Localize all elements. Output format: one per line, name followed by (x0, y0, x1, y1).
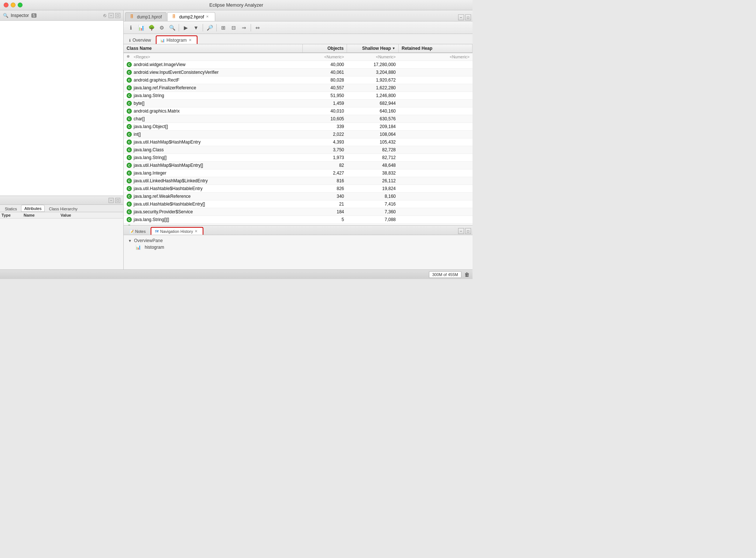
dominator-tree-btn[interactable]: 🌳 (147, 23, 156, 32)
right-window-controls[interactable]: − □ (458, 14, 471, 21)
compare-btn[interactable]: ⇔ (253, 23, 262, 32)
table-row[interactable]: Cjava.lang.Integer2,42738,832 (124, 169, 472, 177)
class-icon: C (127, 93, 132, 98)
dump2-close-btn[interactable]: ✕ (206, 15, 210, 19)
table-row[interactable]: Candroid.widget.ImageView40,00017,280,00… (124, 61, 472, 69)
tab-overview[interactable]: ℹ Overview (125, 36, 155, 44)
th-retained-heap[interactable]: Retained Heap (399, 44, 472, 52)
inspector-content (0, 21, 123, 196)
nav-item-overview[interactable]: ▼ OverviewPane (127, 237, 470, 244)
th-objects[interactable]: Objects (303, 44, 347, 52)
nav-history-close-btn[interactable]: ✕ (195, 229, 199, 234)
export-btn[interactable]: ⇒ (239, 23, 249, 32)
nav-item-histogram[interactable]: 📊 histogram (127, 244, 470, 251)
bottom-panel-controls[interactable]: − □ (458, 228, 471, 235)
td-objects: 80,028 (303, 76, 347, 84)
th-class-name[interactable]: Class Name (124, 44, 303, 52)
right-minimize-btn[interactable]: − (458, 14, 464, 20)
attributes-column-headers: Type Name Value (0, 212, 123, 218)
table-row[interactable]: Cjava.lang.String[][]57,088 (124, 216, 472, 224)
query-dropdown-btn[interactable]: ▼ (191, 23, 201, 32)
left-bottom-controls[interactable]: − □ (109, 198, 120, 203)
table-rows-container: Candroid.widget.ImageView40,00017,280,00… (124, 61, 472, 225)
table-row[interactable]: Cjava.lang.String[]1,97382,712 (124, 154, 472, 162)
class-icon: C (127, 178, 132, 183)
histogram-table[interactable]: Class Name Objects Shallow Heap ▼ Retain… (124, 44, 472, 225)
class-icon: C (127, 124, 132, 129)
td-retained (399, 180, 472, 182)
table-row[interactable]: Cjava.lang.String51,9501,246,800 (124, 92, 472, 100)
tab-statics[interactable]: Statics (1, 205, 20, 212)
trash-icon[interactable]: 🗑 (464, 272, 470, 278)
bottom-minimize-btn[interactable]: − (458, 228, 464, 234)
td-class-name: Cbyte[] (124, 100, 303, 107)
table-row[interactable]: Cjava.util.LinkedHashMap$LinkedEntry8162… (124, 177, 472, 185)
histogram-close-btn[interactable]: ✕ (189, 38, 193, 42)
class-icon: C (127, 85, 132, 90)
table-row[interactable]: Cjava.security.Provider$Service1847,360 (124, 208, 472, 216)
table-row-regex[interactable]: ⊕ <Regex> <Numeric> <Numeric> <Numeric> (124, 53, 472, 61)
panel-minimize-btn[interactable]: − (109, 13, 114, 18)
td-objects: 826 (303, 185, 347, 192)
panel-maximize-btn[interactable]: □ (115, 13, 120, 18)
top-consumers-btn[interactable]: ⚙ (157, 23, 166, 32)
table-row[interactable]: Candroid.graphics.RectF80,0281,920,672 (124, 76, 472, 84)
maximize-button[interactable] (18, 3, 23, 7)
bottom-maximize-btn[interactable]: □ (465, 228, 471, 234)
table-row[interactable]: Candroid.view.InputEventConsistencyVerif… (124, 69, 472, 76)
td-class-name: Cjava.util.Hashtable$HashtableEntry[] (124, 200, 303, 208)
filter-btn[interactable]: ⊟ (229, 23, 238, 32)
left-bottom-minimize[interactable]: − (109, 198, 114, 203)
tab-class-hierarchy[interactable]: Class Hierarchy (45, 205, 81, 212)
dump1-tab[interactable]: 🗄 dump1.hprof (125, 12, 166, 21)
inspector-icon1[interactable]: ⎋ (103, 13, 106, 18)
table-row[interactable]: Cjava.util.HashMap$HashMapEntry4,393105,… (124, 138, 472, 146)
td-shallow: 108,064 (347, 131, 399, 138)
tab-attributes[interactable]: Attributes (21, 205, 45, 212)
table-row[interactable]: Cjava.util.Hashtable$HashtableEntry82619… (124, 185, 472, 193)
td-shallow: 3,204,880 (347, 69, 399, 76)
table-row[interactable]: Cjava.util.Hashtable$HashtableEntry[]217… (124, 200, 472, 208)
histogram-btn[interactable]: 📊 (136, 23, 146, 32)
td-class-name: Cint[] (124, 131, 303, 138)
tab-nav-history[interactable]: 🗺 Navigation History ✕ (151, 227, 203, 235)
td-objects: 2,022 (303, 131, 347, 138)
td-retained (399, 133, 472, 135)
table-row[interactable]: Candroid.graphics.Matrix40,010640,160 (124, 107, 472, 115)
table-row[interactable]: Cjava.util.HashMap$HashMapEntry[]8248,64… (124, 162, 472, 169)
open-query-btn[interactable]: ▶ (181, 23, 190, 32)
tab-notes[interactable]: 📝 Notes (125, 227, 150, 235)
minimize-button[interactable] (11, 3, 16, 7)
class-icon: C (127, 163, 132, 168)
table-row[interactable]: Cchar[]10,605630,576 (124, 115, 472, 123)
td-objects: 339 (303, 123, 347, 130)
table-row[interactable]: Cjava.lang.Class3,75082,728 (124, 146, 472, 154)
search-btn[interactable]: 🔎 (205, 23, 214, 32)
td-retained (399, 187, 472, 190)
table-row[interactable]: Cint[]2,022108,064 (124, 131, 472, 138)
td-class-name: Candroid.widget.ImageView (124, 61, 303, 68)
dump-tab-bar: 🗄 dump1.hprof 🗄 dump2.hprof ✕ − □ (124, 10, 472, 21)
left-bottom-maximize[interactable]: □ (115, 198, 120, 203)
histogram-nav-icon: 📊 (135, 245, 141, 250)
table-row[interactable]: Cbyte[]1,459682,944 (124, 100, 472, 107)
overview-pane-label: OverviewPane (134, 238, 163, 243)
td-objects: 184 (303, 208, 347, 216)
info-btn[interactable]: ℹ (126, 23, 135, 32)
table-row[interactable]: Cjava.lang.Object[]339209,184 (124, 123, 472, 131)
right-maximize-btn[interactable]: □ (465, 14, 471, 20)
td-retained (399, 87, 472, 89)
table-row[interactable]: Cjava.lang.ref.WeakReference3408,160 (124, 193, 472, 200)
close-button[interactable] (4, 3, 8, 7)
panel-controls[interactable]: − □ (109, 13, 120, 18)
toolbar-sep4 (251, 24, 251, 31)
tab-histogram[interactable]: 📊 Histogram ✕ (156, 35, 197, 44)
leak-suspects-btn[interactable]: 🔍 (167, 23, 177, 32)
window-controls[interactable] (4, 3, 23, 7)
group-by-btn[interactable]: ⊞ (219, 23, 228, 32)
th-shallow-heap[interactable]: Shallow Heap ▼ (347, 44, 399, 52)
td-shallow: 209,184 (347, 123, 399, 130)
dump2-tab[interactable]: 🗄 dump2.hprof ✕ (167, 12, 215, 21)
content-tab-bar: ℹ Overview 📊 Histogram ✕ (124, 34, 472, 44)
table-row[interactable]: Cjava.lang.ref.FinalizerReference40,5571… (124, 84, 472, 92)
